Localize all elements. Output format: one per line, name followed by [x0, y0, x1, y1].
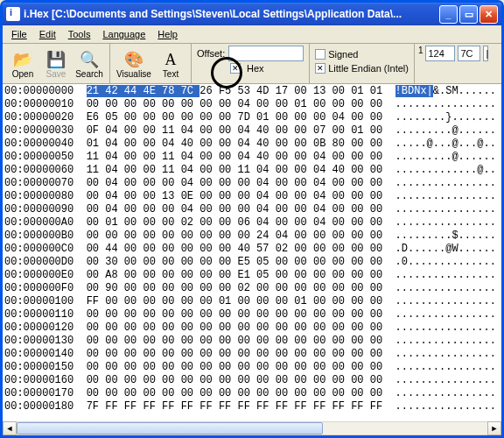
hex-byte[interactable]: 00	[87, 256, 106, 268]
ascii-char[interactable]: .	[402, 230, 408, 242]
hex-byte[interactable]: 00	[181, 256, 200, 268]
hex-byte[interactable]: 00	[143, 230, 162, 242]
hex-byte[interactable]: 00	[200, 138, 219, 150]
hex-byte[interactable]: 00	[276, 361, 295, 373]
ascii-char[interactable]: .	[396, 361, 402, 373]
ascii-char[interactable]: .	[396, 269, 402, 281]
hex-byte[interactable]: 00	[105, 387, 124, 399]
hex-byte[interactable]: 00	[143, 374, 162, 386]
hex-byte[interactable]: 00	[181, 348, 200, 360]
hex-byte[interactable]: 53	[238, 85, 257, 97]
hex-byte[interactable]: 11	[162, 164, 181, 176]
ascii-char[interactable]: .	[420, 177, 426, 189]
hex-byte[interactable]: 00	[200, 374, 219, 386]
ascii-char[interactable]: .	[490, 230, 496, 242]
ascii-char[interactable]: .	[490, 151, 496, 163]
ascii-char[interactable]: .	[427, 295, 433, 307]
hex-byte[interactable]: 00	[238, 348, 257, 360]
hex-row[interactable]: 00:00000070 00 04 00 00 00 04 00 00 00 0…	[4, 177, 500, 190]
hex-byte[interactable]: 00	[332, 295, 352, 307]
ascii-char[interactable]: .	[452, 374, 458, 386]
ascii-char[interactable]: .	[458, 269, 465, 281]
hex-byte[interactable]: 00	[124, 138, 144, 150]
hex-byte[interactable]: 00	[219, 151, 238, 163]
hex-byte[interactable]: 00	[294, 164, 313, 176]
hex-byte[interactable]: 00	[219, 138, 238, 150]
ascii-char[interactable]: .	[490, 138, 496, 150]
hex-byte[interactable]: 07	[313, 124, 332, 137]
hex-byte[interactable]: 11	[238, 164, 257, 176]
hex-byte[interactable]: 04	[105, 164, 124, 176]
ascii-char[interactable]: .	[483, 335, 489, 347]
hex-byte[interactable]: FF	[200, 400, 219, 413]
hex-byte[interactable]: 05	[256, 269, 276, 281]
ascii-char[interactable]: .	[427, 282, 433, 294]
ascii-char[interactable]: .	[490, 190, 496, 202]
hex-byte[interactable]: 00	[294, 85, 313, 97]
hex-byte[interactable]: 00	[124, 216, 144, 229]
visualise-button[interactable]: 🎨 Visualise	[114, 48, 154, 79]
hex-byte[interactable]: 00	[351, 308, 370, 321]
ascii-char[interactable]: .	[402, 400, 408, 413]
ascii-char[interactable]: .	[452, 111, 458, 124]
hex-byte[interactable]: 00	[124, 230, 144, 242]
hex-byte[interactable]: 00	[124, 361, 144, 373]
ascii-char[interactable]: .	[420, 374, 426, 386]
ascii-char[interactable]: .	[402, 321, 408, 334]
hex-byte[interactable]: 00	[370, 335, 382, 347]
ascii-char[interactable]: .	[458, 98, 465, 110]
ascii-char[interactable]: .	[402, 335, 408, 347]
hex-byte[interactable]: 00	[351, 138, 370, 150]
hex-byte[interactable]: FF	[238, 400, 257, 413]
hex-byte[interactable]: 04	[105, 151, 124, 163]
ascii-char[interactable]: .	[483, 295, 489, 307]
ascii-char[interactable]: .	[483, 256, 489, 268]
hex-byte[interactable]: 4D	[256, 85, 276, 97]
hex-byte[interactable]: 00	[256, 348, 276, 360]
hex-byte[interactable]: 00	[162, 295, 181, 307]
hex-byte[interactable]: 11	[162, 151, 181, 163]
ascii-char[interactable]: .	[490, 269, 496, 281]
hex-byte[interactable]: 00	[370, 151, 382, 163]
ascii-char[interactable]: .	[402, 361, 408, 373]
hex-byte[interactable]: 78	[162, 85, 181, 97]
hex-byte[interactable]: 00	[256, 387, 276, 399]
hex-byte[interactable]: 00	[351, 243, 370, 255]
ascii-char[interactable]: .	[396, 243, 402, 255]
hex-byte[interactable]: 00	[219, 203, 238, 215]
hex-byte[interactable]: 00	[313, 335, 332, 347]
hex-byte[interactable]: 0F	[87, 124, 106, 137]
ascii-char[interactable]: .	[420, 151, 426, 163]
ascii-char[interactable]: .	[458, 308, 465, 321]
ascii-char[interactable]: .	[402, 98, 408, 110]
hex-byte[interactable]: 00	[370, 269, 382, 281]
hex-byte[interactable]: 00	[143, 256, 162, 268]
hex-byte[interactable]: 00	[181, 387, 200, 399]
hex-byte[interactable]: 00	[219, 348, 238, 360]
hex-byte[interactable]: 00	[256, 295, 276, 307]
hex-row[interactable]: 00:00000040 01 04 00 00 04 40 00 00 04 4…	[4, 138, 500, 151]
hex-byte[interactable]: 00	[256, 374, 276, 386]
hex-byte[interactable]: 00	[105, 308, 124, 321]
ascii-char[interactable]: .	[420, 295, 426, 307]
ascii-char[interactable]: .	[483, 111, 489, 124]
hex-byte[interactable]: 02	[276, 243, 295, 255]
ascii-char[interactable]: .	[433, 98, 439, 110]
ascii-char[interactable]: W	[452, 243, 458, 255]
hex-byte[interactable]: 00	[313, 111, 332, 124]
ascii-char[interactable]: .	[458, 111, 465, 124]
ascii-char[interactable]: .	[483, 282, 489, 294]
ascii-char[interactable]: .	[433, 177, 439, 189]
hex-byte[interactable]: 00	[143, 216, 162, 229]
ascii-char[interactable]: .	[458, 256, 465, 268]
hex-row[interactable]: 00:00000060 11 04 00 00 11 04 00 00 11 0…	[4, 164, 500, 177]
hex-byte[interactable]: 00	[313, 256, 332, 268]
hex-byte[interactable]: 00	[219, 190, 238, 202]
endian-checkbox[interactable]: ✕	[315, 63, 326, 74]
hex-byte[interactable]: E1	[238, 269, 257, 281]
ascii-char[interactable]: .	[396, 321, 402, 334]
hex-byte[interactable]: 01	[87, 138, 106, 150]
hex-byte[interactable]: 00	[162, 269, 181, 281]
hex-byte[interactable]: 00	[219, 216, 238, 229]
hex-byte[interactable]: 00	[105, 361, 124, 373]
